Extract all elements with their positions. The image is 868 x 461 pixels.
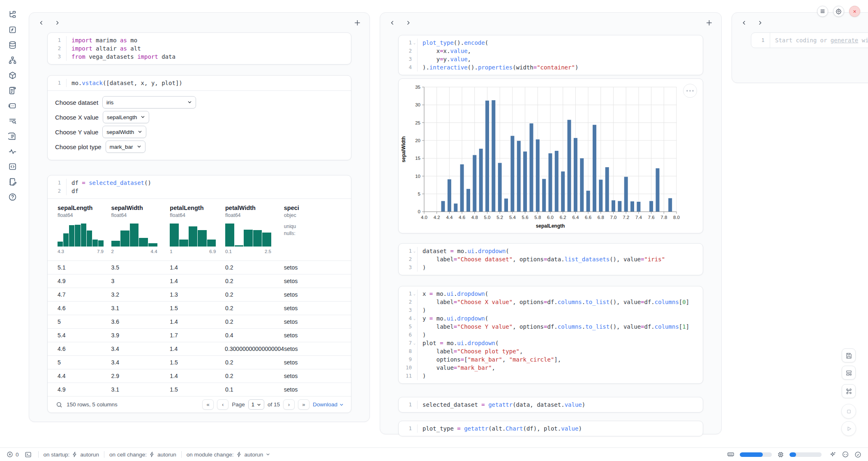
ai-sparkles-button[interactable] <box>829 451 836 458</box>
settings-button[interactable] <box>833 6 844 17</box>
table-row[interactable]: 4.63.11.50.2setos <box>48 301 351 315</box>
code-line[interactable]: 9 options=["mark_bar", "mark_circle"], <box>399 355 703 364</box>
first-page-button[interactable]: « <box>202 399 214 410</box>
column-prev-button[interactable] <box>388 19 396 26</box>
table-row[interactable]: 4.931.40.2setos <box>48 274 351 288</box>
plot-type-dropdown[interactable]: mark_bar <box>106 141 145 153</box>
code-line[interactable]: 5 label="Choose Y value", options=df.col… <box>399 323 703 331</box>
file-tree-icon[interactable] <box>8 10 17 19</box>
chat-icon[interactable] <box>8 101 17 110</box>
save-button[interactable] <box>842 348 856 362</box>
help-icon[interactable] <box>8 192 17 201</box>
column-header-petalWidth[interactable]: petalWidthfloat640.12.5 <box>225 205 284 260</box>
packages-icon[interactable] <box>8 71 17 80</box>
logs-icon[interactable] <box>8 86 17 95</box>
page-select[interactable]: 1 <box>248 399 264 410</box>
snippets-icon[interactable] <box>8 162 17 171</box>
outline-icon[interactable] <box>8 116 17 125</box>
copilot-button[interactable] <box>842 451 849 458</box>
cell-imports[interactable]: 1import marimo as mo2import altair as al… <box>47 32 351 65</box>
keyboard-shortcuts-button[interactable] <box>842 384 856 398</box>
cell-dataset-dropdown[interactable]: 1⌄dataset = mo.ui.dropdown(2 label="Choo… <box>398 243 703 275</box>
code-line[interactable]: 11) <box>399 372 703 380</box>
fold-chevron-icon[interactable]: ⌄ <box>412 247 417 255</box>
x-value-dropdown[interactable]: sepalLength <box>103 111 150 123</box>
code-line[interactable]: 1import marimo as mo <box>48 36 351 44</box>
connection-status-icon[interactable] <box>854 451 861 458</box>
code-line[interactable]: 4).interactive().properties(width="conta… <box>399 63 703 71</box>
code-line[interactable]: 1plot_type = getattr(alt.Chart(df), plot… <box>399 424 703 433</box>
code-line[interactable]: 1mo.vstack([dataset, x, y, plot]) <box>48 79 351 87</box>
table-row[interactable]: 5.43.91.70.4setos <box>48 328 351 342</box>
download-button[interactable]: Download <box>313 401 344 408</box>
code-line[interactable]: 1⌄plot_type().encode( <box>399 39 703 47</box>
cell-plot-type[interactable]: 1plot_type = getattr(alt.Chart(df), plot… <box>398 421 703 436</box>
code-line[interactable]: 3 y=y.value, <box>399 55 703 63</box>
table-row[interactable]: 4.93.11.50.1setos <box>48 383 351 396</box>
altair-bar-chart[interactable]: 4.04.24.44.64.85.05.25.45.65.86.06.26.46… <box>399 79 703 233</box>
prev-page-button[interactable]: ‹ <box>217 399 229 410</box>
code-line[interactable]: 10 value="mark_bar", <box>399 364 703 372</box>
on-cell-change-mode[interactable]: on cell change: autorun <box>109 452 176 458</box>
code-line[interactable]: 6) <box>399 331 703 339</box>
on-startup-mode[interactable]: on startup: autorun <box>44 452 99 458</box>
cell-dataframe[interactable]: 1df = selected_dataset()2df sepalLengthf… <box>47 175 351 413</box>
empty-code-cell[interactable]: 1 Start coding or generate with <box>751 32 868 48</box>
documentation-icon[interactable] <box>8 131 17 141</box>
error-counter[interactable]: 0 <box>7 451 19 458</box>
fold-chevron-icon[interactable]: ⌄ <box>412 39 417 47</box>
add-cell-icon[interactable] <box>705 18 713 27</box>
column-next-button[interactable] <box>756 19 764 26</box>
code-line[interactable]: 1selected_dataset = getattr(data, datase… <box>399 401 703 409</box>
fold-chevron-icon[interactable]: ⌄ <box>412 290 417 298</box>
cell-vstack[interactable]: 1mo.vstack([dataset, x, y, plot]) Choose… <box>47 75 351 160</box>
menu-button[interactable] <box>817 6 828 17</box>
code-line[interactable]: 1⌄dataset = mo.ui.dropdown( <box>399 247 703 255</box>
code-line[interactable]: 2 x=x.value, <box>399 47 703 55</box>
table-row[interactable]: 4.42.91.40.2setos <box>48 369 351 383</box>
on-module-change-mode[interactable]: on module change: autorun <box>187 452 271 458</box>
column-next-button[interactable] <box>404 19 412 26</box>
code-line[interactable]: 3) <box>399 306 703 314</box>
cell-selected-dataset[interactable]: 1selected_dataset = getattr(data, datase… <box>398 397 703 413</box>
terminal-button[interactable] <box>25 451 32 458</box>
cell-plot-expression[interactable]: 1⌄plot_type().encode(2 x=x.value,3 y=y.v… <box>398 35 703 75</box>
fold-chevron-icon[interactable]: ⌄ <box>412 339 417 347</box>
fold-chevron-icon[interactable]: ⌄ <box>412 314 417 323</box>
add-cell-icon[interactable] <box>353 18 361 27</box>
y-value-dropdown[interactable]: sepalWidth <box>102 126 146 138</box>
close-button[interactable]: × <box>849 6 860 17</box>
search-icon[interactable] <box>56 401 62 408</box>
code-line[interactable]: 3) <box>399 263 703 272</box>
code-line[interactable]: 1df = selected_dataset() <box>48 179 351 187</box>
dependency-graph-icon[interactable] <box>8 55 17 65</box>
column-header-speci[interactable]: speciobjecuniqunulls: <box>284 205 351 260</box>
variables-icon[interactable] <box>8 25 17 34</box>
column-prev-button[interactable] <box>740 19 748 26</box>
layout-button[interactable] <box>842 366 856 380</box>
database-icon[interactable] <box>8 40 17 49</box>
stop-button[interactable] <box>841 404 856 419</box>
table-row[interactable]: 53.61.40.2setos <box>48 315 351 328</box>
run-button[interactable] <box>841 421 856 436</box>
code-line[interactable]: 8 label="Choose plot type", <box>399 347 703 355</box>
table-row[interactable]: 5.13.51.40.2setos <box>48 260 351 274</box>
cell-xy-plot-dropdowns[interactable]: 1⌄x = mo.ui.dropdown(2 label="Choose X v… <box>398 286 703 384</box>
column-header-sepalLength[interactable]: sepalLengthfloat644.37.9 <box>58 205 111 260</box>
tracing-icon[interactable] <box>8 147 17 156</box>
scratchpad-icon[interactable] <box>8 177 17 186</box>
code-line[interactable]: 3from vega_datasets import data <box>48 53 351 61</box>
column-next-button[interactable] <box>53 19 61 26</box>
code-line[interactable]: 2import altair as alt <box>48 44 351 53</box>
generate-link[interactable]: generate <box>831 37 858 44</box>
table-row[interactable]: 4.63.41.40.30000000000000004setos <box>48 342 351 355</box>
column-header-sepalWidth[interactable]: sepalWidthfloat6424.4 <box>111 205 170 260</box>
chart-options-button[interactable] <box>683 84 697 98</box>
table-row[interactable]: 4.73.21.30.2setos <box>48 288 351 301</box>
code-line[interactable]: 2 label="Choose X value", options=df.col… <box>399 298 703 306</box>
code-line[interactable]: 4⌄y = mo.ui.dropdown( <box>399 314 703 323</box>
code-line[interactable]: 2 label="Choose dataset", options=data.l… <box>399 255 703 263</box>
dataset-dropdown[interactable]: iris <box>102 96 196 108</box>
code-line[interactable]: 7⌄plot = mo.ui.dropdown( <box>399 339 703 347</box>
code-line[interactable]: 2df <box>48 187 351 195</box>
